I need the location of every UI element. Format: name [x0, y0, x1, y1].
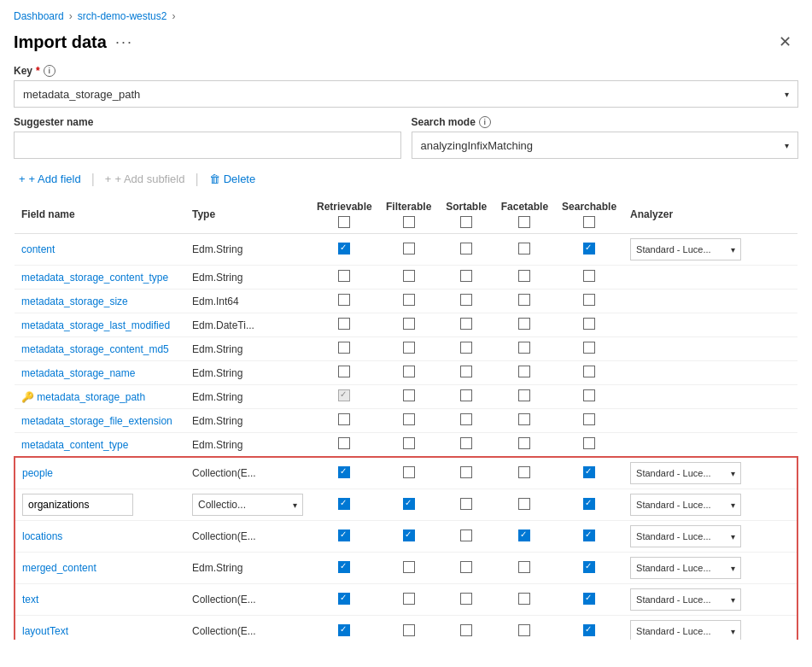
- checkbox-unchecked[interactable]: [583, 342, 595, 354]
- key-info-icon[interactable]: i: [44, 65, 55, 77]
- checkbox-unchecked[interactable]: [460, 389, 472, 401]
- checkbox-checked[interactable]: [338, 466, 350, 478]
- table-row[interactable]: textCollection(E...Standard - Luce...▾: [15, 584, 797, 616]
- checkbox-unchecked[interactable]: [518, 294, 530, 306]
- type-select[interactable]: Collectio...▾: [192, 494, 303, 516]
- field-name-link[interactable]: content: [21, 243, 55, 255]
- checkbox-unchecked[interactable]: [583, 389, 595, 401]
- analyzer-select[interactable]: Standard - Luce...▾: [630, 588, 741, 611]
- add-subfield-button[interactable]: + + Add subfield: [100, 169, 190, 189]
- checkbox-unchecked[interactable]: [403, 413, 415, 425]
- checkbox-unchecked[interactable]: [403, 366, 415, 377]
- checkbox-unchecked[interactable]: [403, 342, 415, 354]
- checkbox-unchecked[interactable]: [518, 466, 530, 478]
- analyzer-select[interactable]: Standard - Luce...▾: [630, 620, 741, 640]
- checkbox-unchecked[interactable]: [518, 498, 530, 510]
- checkbox-unchecked[interactable]: [460, 270, 472, 282]
- search-mode-select[interactable]: analyzingInfixMatching ▾: [412, 132, 799, 159]
- checkbox-unchecked[interactable]: [338, 318, 350, 330]
- searchable-header-cb[interactable]: [583, 216, 595, 228]
- checkbox-unchecked[interactable]: [403, 624, 415, 636]
- checkbox-unchecked[interactable]: [518, 243, 530, 255]
- table-row[interactable]: locationsCollection(E...Standard - Luce.…: [15, 521, 797, 553]
- table-row[interactable]: metadata_content_typeEdm.String: [15, 433, 797, 458]
- table-row[interactable]: metadata_storage_last_modifiedEdm.DateTi…: [15, 313, 797, 337]
- checkbox-checked[interactable]: [338, 624, 350, 636]
- search-mode-info-icon[interactable]: i: [479, 116, 491, 128]
- retrievable-header-cb[interactable]: [338, 216, 350, 228]
- table-row[interactable]: Collectio...▾Standard - Luce...▾: [15, 489, 797, 521]
- checkbox-unchecked[interactable]: [460, 294, 472, 306]
- table-row[interactable]: metadata_storage_sizeEdm.Int64: [15, 290, 797, 313]
- table-row[interactable]: peopleCollection(E...Standard - Luce...▾: [15, 457, 797, 489]
- table-row[interactable]: metadata_storage_content_typeEdm.String: [15, 266, 797, 290]
- checkbox-checked[interactable]: [338, 243, 350, 255]
- checkbox-unchecked[interactable]: [518, 366, 530, 377]
- analyzer-select[interactable]: Standard - Luce...▾: [630, 462, 741, 484]
- key-select[interactable]: metadata_storage_path ▾: [14, 80, 798, 108]
- checkbox-unchecked[interactable]: [403, 437, 415, 449]
- table-row[interactable]: layoutTextCollection(E...Standard - Luce…: [15, 616, 797, 641]
- breadcrumb-dashboard[interactable]: Dashboard: [14, 10, 64, 22]
- checkbox-unchecked[interactable]: [338, 437, 350, 449]
- close-button[interactable]: ✕: [772, 29, 798, 55]
- more-options-dots[interactable]: ···: [115, 33, 133, 51]
- checkbox-unchecked[interactable]: [583, 270, 595, 282]
- checkbox-checked[interactable]: [338, 561, 350, 573]
- field-name-link[interactable]: metadata_storage_last_modified: [21, 319, 170, 331]
- checkbox-unchecked[interactable]: [403, 243, 415, 255]
- checkbox-unchecked[interactable]: [518, 413, 530, 425]
- checkbox-unchecked[interactable]: [518, 270, 530, 282]
- checkbox-unchecked[interactable]: [460, 530, 472, 541]
- suggester-input-box[interactable]: [14, 132, 401, 159]
- checkbox-checked[interactable]: [583, 593, 595, 605]
- checkbox-unchecked[interactable]: [403, 466, 415, 478]
- checkbox-unchecked[interactable]: [518, 437, 530, 449]
- checkbox-unchecked[interactable]: [518, 593, 530, 605]
- checkbox-unchecked[interactable]: [403, 561, 415, 573]
- checkbox-checked[interactable]: [338, 593, 350, 605]
- field-name-link[interactable]: layoutText: [22, 625, 68, 637]
- analyzer-select[interactable]: Standard - Luce...▾: [630, 557, 741, 579]
- field-name-input[interactable]: [22, 494, 133, 516]
- checkbox-unchecked[interactable]: [583, 366, 595, 377]
- delete-button[interactable]: 🗑 Delete: [204, 169, 261, 189]
- checkbox-unchecked[interactable]: [460, 243, 472, 255]
- field-name-link[interactable]: text: [22, 594, 38, 606]
- checkbox-unchecked[interactable]: [583, 294, 595, 306]
- checkbox-checked[interactable]: [338, 498, 350, 510]
- checkbox-checked[interactable]: [583, 243, 595, 255]
- checkbox-unchecked[interactable]: [460, 593, 472, 605]
- checkbox-checked[interactable]: [583, 498, 595, 510]
- checkbox-unchecked[interactable]: [460, 437, 472, 449]
- checkbox-unchecked[interactable]: [518, 318, 530, 330]
- checkbox-checked[interactable]: [583, 466, 595, 478]
- checkbox-unchecked[interactable]: [460, 342, 472, 354]
- checkbox-unchecked[interactable]: [403, 593, 415, 605]
- filterable-header-cb[interactable]: [403, 216, 415, 228]
- checkbox-unchecked[interactable]: [518, 624, 530, 636]
- table-row[interactable]: 🔑 metadata_storage_pathEdm.String: [15, 385, 797, 409]
- checkbox-unchecked[interactable]: [338, 342, 350, 354]
- checkbox-checked[interactable]: [583, 624, 595, 636]
- checkbox-unchecked[interactable]: [518, 389, 530, 401]
- field-name-link[interactable]: people: [22, 467, 53, 479]
- checkbox-checked[interactable]: [518, 530, 530, 541]
- checkbox-unchecked[interactable]: [403, 294, 415, 306]
- checkbox-unchecked[interactable]: [518, 342, 530, 354]
- checkbox-unchecked[interactable]: [518, 561, 530, 573]
- checkbox-checked[interactable]: [403, 498, 415, 510]
- table-row[interactable]: metadata_storage_nameEdm.String: [15, 361, 797, 385]
- field-name-link[interactable]: metadata_content_type: [21, 439, 128, 451]
- add-field-button[interactable]: + + Add field: [14, 169, 86, 189]
- field-name-link[interactable]: metadata_storage_size: [21, 295, 128, 307]
- facetable-header-cb[interactable]: [518, 216, 530, 228]
- checkbox-checked[interactable]: [583, 530, 595, 541]
- checkbox-checked[interactable]: [403, 530, 415, 541]
- checkbox-unchecked[interactable]: [583, 437, 595, 449]
- checkbox-unchecked[interactable]: [338, 366, 350, 377]
- checkbox-unchecked[interactable]: [403, 270, 415, 282]
- field-name-link[interactable]: metadata_storage_content_type: [21, 272, 168, 284]
- checkbox-unchecked[interactable]: [460, 498, 472, 510]
- checkbox-unchecked[interactable]: [460, 318, 472, 330]
